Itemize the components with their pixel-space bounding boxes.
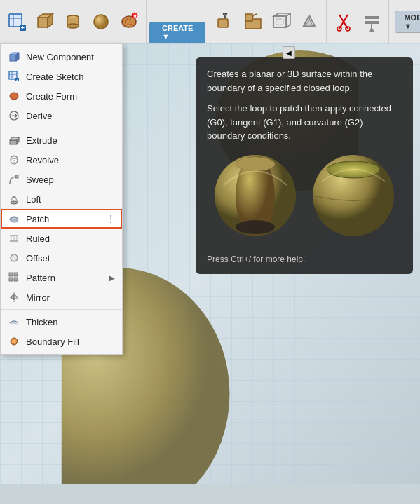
new-component-label: New Component xyxy=(26,52,115,62)
svg-point-10 xyxy=(67,24,79,28)
modify-tab-area: MODIFY ▼ xyxy=(389,0,420,43)
ruled-icon xyxy=(8,232,20,245)
sketch-icon: + xyxy=(8,70,20,83)
svg-rect-47 xyxy=(10,140,17,144)
patch-label: Patch xyxy=(26,214,101,224)
svg-rect-67 xyxy=(9,278,13,281)
cut-icon xyxy=(334,12,353,32)
svg-point-73 xyxy=(12,339,16,343)
tooltip-description-1: Creates a planar or 3D surface within th… xyxy=(207,67,402,95)
menu-item-loft[interactable]: Loft xyxy=(1,189,122,209)
menu-item-revolve[interactable]: Revolve xyxy=(1,150,122,170)
toolbar-group-create: + xyxy=(0,0,147,43)
svg-rect-52 xyxy=(15,175,18,178)
create-tab-label: CREATE ▼ xyxy=(162,24,193,41)
svg-point-13 xyxy=(94,15,108,29)
sweep-icon xyxy=(8,173,20,186)
toolbar-group-modify xyxy=(208,0,327,43)
patch-preview-images xyxy=(207,150,402,241)
patch-dots: ⋮ xyxy=(107,214,115,224)
menu-item-create-sketch[interactable]: + Create Sketch xyxy=(1,67,122,86)
collapse-icon: ◀ xyxy=(286,49,292,57)
menu-item-pattern[interactable]: Pattern ▶ xyxy=(1,268,122,287)
mirror-label: Mirror xyxy=(26,292,115,303)
derive-icon xyxy=(8,109,20,122)
sketch-toolbar-btn[interactable]: + xyxy=(4,5,29,39)
menu-item-thicken[interactable]: Thicken xyxy=(1,312,122,332)
menu-item-ruled[interactable]: Ruled xyxy=(1,229,122,248)
svg-rect-66 xyxy=(14,273,18,276)
svg-point-81 xyxy=(236,157,275,171)
svg-rect-36 xyxy=(10,55,16,61)
offset-icon xyxy=(8,252,20,264)
modify-tab[interactable]: MODIFY ▼ xyxy=(395,11,420,33)
svg-rect-22 xyxy=(273,16,286,27)
create-tab-area: CREATE ▼ xyxy=(147,0,208,43)
tooltip-description-2: Select the loop to patch then apply conn… xyxy=(207,102,402,143)
patch-preview-left xyxy=(210,150,301,241)
menu-item-offset[interactable]: Offset xyxy=(1,248,122,268)
modify-tab-label: MODIFY ▼ xyxy=(404,13,420,30)
svg-text:★: ★ xyxy=(133,13,137,19)
svg-point-44 xyxy=(10,93,18,100)
form-icon xyxy=(8,90,20,102)
svg-rect-33 xyxy=(365,21,379,24)
create-dropdown-menu: New Component + Create Sketch xyxy=(0,43,123,355)
menu-divider-2 xyxy=(1,309,122,310)
sweep-label: Sweep xyxy=(26,175,115,185)
svg-point-80 xyxy=(236,220,275,234)
create-form-label: Create Form xyxy=(26,91,115,102)
fillet-btn[interactable] xyxy=(241,5,266,39)
press-pull-icon xyxy=(215,12,235,32)
thicken-label: Thicken xyxy=(26,317,115,327)
form-toolbar-btn[interactable]: ★ xyxy=(116,5,142,39)
toolbar: + xyxy=(0,0,420,43)
shell-btn[interactable] xyxy=(269,5,294,39)
svg-rect-65 xyxy=(9,273,13,276)
align-icon xyxy=(362,12,381,32)
thicken-icon xyxy=(8,315,20,328)
align-btn[interactable] xyxy=(359,5,384,39)
svg-rect-18 xyxy=(218,19,228,27)
sphere-toolbar-icon xyxy=(91,12,111,32)
menu-item-boundary-fill[interactable]: Boundary Fill xyxy=(1,332,122,351)
svg-marker-19 xyxy=(223,13,227,18)
menu-item-derive[interactable]: Derive xyxy=(1,106,122,125)
draft-btn[interactable] xyxy=(297,5,322,39)
svg-rect-32 xyxy=(365,16,379,19)
boundary-fill-label: Boundary Fill xyxy=(26,336,115,347)
cylinder-toolbar-btn[interactable] xyxy=(60,5,86,39)
svg-rect-23 xyxy=(276,19,283,25)
svg-point-64 xyxy=(12,256,16,260)
press-pull-btn[interactable] xyxy=(212,5,238,39)
extrude-icon xyxy=(8,134,20,147)
cut-btn[interactable] xyxy=(331,5,356,39)
toolbar-group-edit xyxy=(327,0,389,43)
mirror-icon xyxy=(8,291,20,304)
menu-item-new-component[interactable]: New Component xyxy=(1,47,122,67)
svg-marker-25 xyxy=(286,13,291,27)
sketch-toolbar-icon: + xyxy=(7,12,27,32)
create-tab[interactable]: CREATE ▼ xyxy=(149,22,205,43)
collapse-menu-button[interactable]: ◀ xyxy=(283,46,295,59)
loft-icon xyxy=(8,193,20,205)
box-toolbar-btn[interactable] xyxy=(32,5,57,39)
menu-item-patch[interactable]: Patch ⋮ xyxy=(1,209,122,229)
svg-text:+: + xyxy=(21,25,25,32)
menu-item-sweep[interactable]: Sweep xyxy=(1,170,122,189)
svg-text:+: + xyxy=(16,78,18,82)
cube-icon xyxy=(8,50,20,63)
menu-item-create-form[interactable]: Create Form xyxy=(1,86,122,106)
fillet-icon xyxy=(243,12,263,32)
menu-item-extrude[interactable]: Extrude xyxy=(1,130,122,150)
svg-point-54 xyxy=(13,196,15,198)
main-area: New Component + Create Sketch xyxy=(0,43,420,484)
pattern-label: Pattern xyxy=(26,273,104,283)
menu-item-mirror[interactable]: Mirror xyxy=(1,287,122,307)
sphere-toolbar-btn[interactable] xyxy=(88,5,114,39)
draft-icon xyxy=(299,12,319,32)
form-toolbar-icon: ★ xyxy=(119,12,139,32)
revolve-label: Revolve xyxy=(26,155,115,165)
create-sketch-label: Create Sketch xyxy=(26,71,115,82)
patch-icon xyxy=(8,212,20,225)
